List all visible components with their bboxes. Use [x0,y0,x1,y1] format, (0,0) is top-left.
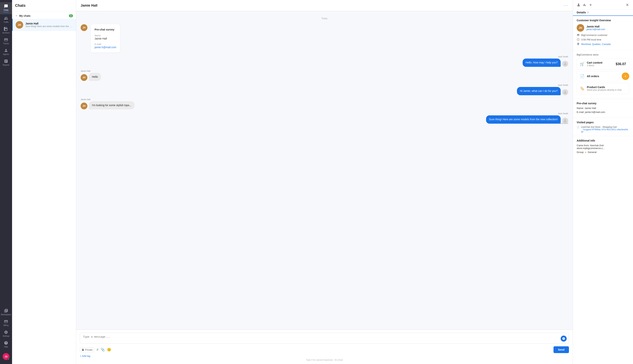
msg-sender-1: Josh Smith [558,56,568,58]
sidebar-item-label-billing: Billing [4,324,9,326]
more-options-icon[interactable]: ··· [564,3,568,8]
add-tag-button[interactable]: + Add tag [80,354,90,358]
sidebar-item-chats[interactable]: Chats [0,2,12,14]
details-panel: Details Customer Insight Overview JH Jam… [573,0,633,364]
chat-item-preview: Sure thing! Here are some models from th… [26,25,73,28]
customer-name-email: Jamie Hall jamie.h@mail.com [586,25,605,31]
msg-content-2: JH Hello [81,73,101,81]
product-cards-card[interactable]: 🏷️ Product Cards Send your products dire… [577,83,629,94]
sidebar-item-archives[interactable]: Archives [0,25,12,36]
chat-input-area: Private # 📎 🙂 Send + Add tag Type # for … [76,330,573,364]
send-icon-button[interactable] [561,336,567,342]
sidebar-item-label-chats: Chats [4,9,9,11]
sidebar-item-agents[interactable]: Agents [0,46,12,57]
visited-title: Visited pages [577,121,629,124]
cart-title: Cart content [587,61,613,64]
visited-item: 📄 LiveChat 2nd Store - Shopping Cart ...… [577,126,629,133]
pre-chat-survey-bubble: Pre-chat survey Name: Jamie Hall E-mail:… [91,24,120,52]
product-cards-subtitle: Send your products directly in chat [587,89,626,91]
attachment-icon[interactable]: 📎 [101,348,105,352]
sidebar-item-traffic[interactable]: Traffic [0,14,12,25]
message-input[interactable] [80,333,569,344]
sidebar-item-reports[interactable]: Reports [0,57,12,68]
cart-icon: 🛒 [580,62,584,66]
pre-chat-email-row: E-mail: jamie.h@mail.com [577,111,629,114]
cart-card[interactable]: 🛒 Cart content 2 items $36.07 [577,58,629,70]
sidebar-user-avatar[interactable]: JS [0,351,12,362]
visited-section: Visited pages 📄 LiveChat 2nd Store - Sho… [573,118,633,136]
pre-chat-email-value: jamie.h@mail.com [585,111,605,114]
store-icon [577,34,580,36]
my-chats-label: My chats [19,14,31,17]
sidebar-item-settings[interactable]: Settings [0,328,12,339]
orders-card[interactable]: 📄 All orders [577,71,620,81]
sidebar: Chats Traffic Archives Tickets Agents Re… [0,0,12,364]
customer-avatar-4: JH [81,102,87,109]
lock-icon [82,348,84,351]
customer-avatar-survey: JH [81,24,87,31]
more-options-details-icon[interactable] [587,11,589,14]
customer-email: jamie.h@mail.com [586,28,605,31]
customer-avatar-list: JH [16,21,23,28]
sidebar-item-label-archives: Archives [3,32,10,34]
my-chats-header-left: My chats [15,14,31,17]
customer-avatar-2: JH [81,74,87,81]
survey-name-value: Jamie Hall [95,37,116,40]
input-hint: Type # for canned responses : for emoji [80,359,569,361]
hash-icon[interactable]: # [97,348,98,352]
details-tab-bar: Details [573,10,633,16]
msg-bubble-1: Hello. How may I help you? [523,58,561,67]
customer-insight-section: Customer Insight Overview JH Jamie Hall … [573,16,633,50]
visited-page-name: LiveChat 2nd Store - Shopping Cart [581,126,629,128]
msg-sender-2: Jamie Hall [81,70,90,72]
my-chats-section: My chats 1 JH Jamie Hall Sure thing! Her… [12,11,76,32]
came-from-label: Came from: [577,144,589,147]
private-toggle[interactable]: Private [80,348,94,352]
add-icon[interactable] [589,3,592,7]
chat-messages: Today JH Pre-chat survey Name: Jamie Hal… [76,11,573,330]
customer-info-row: JH Jamie Hall jamie.h@mail.com [577,24,629,32]
chat-main: Jamie Hall ··· Today JH Pre-chat survey … [76,0,573,364]
msg-row-2: Jamie Hall JH Hello [81,70,568,81]
send-button[interactable]: Send [553,346,569,353]
bigcommerce-store-section: BigCommerce store: 🛒 Cart content 2 item… [573,50,633,99]
sidebar-item-tickets[interactable]: Tickets [0,36,12,46]
bigcommerce-customer-label: BigCommerce customer [581,34,607,36]
arrow-right-icon [623,74,627,78]
sidebar-item-billing[interactable]: Billing [0,318,12,328]
chat-header: Jamie Hall ··· [76,0,573,11]
chat-list-header: Chats [12,0,76,11]
pre-chat-name-value: Jamie Hall [584,107,596,110]
chat-item-jamie-hall[interactable]: JH Jamie Hall Sure thing! Here are some … [12,19,76,31]
location-icon [577,42,580,46]
close-icon[interactable] [625,3,629,7]
sidebar-item-help[interactable]: Help [0,339,12,350]
emoji-icon[interactable]: 🙂 [107,348,111,352]
orders-row: 📄 All orders [577,71,629,81]
product-cards-title: Product Cards [587,86,626,89]
my-chats-count: 1 [69,14,73,17]
pre-chat-name-label: Name: [577,107,584,110]
details-title: Details [577,11,586,14]
arrow-indicator [622,72,629,80]
sidebar-item-label-help: Help [4,346,8,348]
additional-info-section: Additional info Came from: livechat-2nd-… [573,136,633,158]
local-time-row: 3:56 PM local time [577,38,629,41]
chat-input-wrapper [80,333,569,344]
location-label[interactable]: Montréal, Quebec, Canada [581,43,610,46]
survey-name-field: Name: Jamie Hall [95,34,116,40]
my-chats-header: My chats 1 [12,13,76,19]
visited-page-url[interactable]: ...?suggest=ff7958da-147a-4623-8411-e8ac… [581,128,629,133]
msg-row-4: Jamie Hall JH I'm looking for some styli… [81,98,568,110]
sidebar-item-marketplace[interactable]: Marketplace [0,307,12,318]
chat-header-actions[interactable]: ··· [564,3,568,8]
person-icon[interactable] [577,3,580,7]
msg-content-5: Sure thing! Here are some models from th… [486,115,568,124]
sidebar-item-label-settings: Settings [3,335,10,337]
msg-bubble-4: I'm looking for some stylish tops... [89,101,135,110]
location-row: Montréal, Quebec, Canada [577,42,629,46]
sidebar-item-label-reports: Reports [3,64,9,66]
product-cards-info: Product Cards Send your products directl… [587,86,626,91]
chat-item-name: Jamie Hall [26,22,73,25]
stats-icon[interactable] [583,3,586,7]
